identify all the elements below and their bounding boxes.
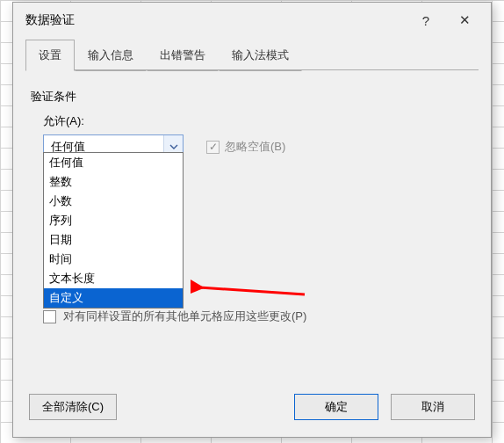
option-list[interactable]: 序列 xyxy=(44,211,183,230)
dialog-footer: 全部清除(C) 确定 取消 xyxy=(13,389,491,437)
data-validation-dialog: 数据验证 ? ✕ 设置 输入信息 出错警告 输入法模式 验证条件 允许(A): … xyxy=(12,2,492,438)
titlebar: 数据验证 ? ✕ xyxy=(13,3,491,38)
tab-error-alert[interactable]: 出错警告 xyxy=(147,40,219,71)
tab-ime-mode[interactable]: 输入法模式 xyxy=(219,40,302,71)
dialog-title: 数据验证 xyxy=(25,12,407,28)
close-button[interactable]: ✕ xyxy=(445,7,484,33)
allow-label: 允许(A): xyxy=(43,113,473,129)
annotation-arrow-icon xyxy=(191,279,313,305)
svg-line-0 xyxy=(199,287,305,294)
clear-all-button[interactable]: 全部清除(C) xyxy=(29,394,117,420)
option-whole-number[interactable]: 整数 xyxy=(44,172,183,192)
criteria-label: 验证条件 xyxy=(31,89,473,105)
tab-strip: 设置 输入信息 出错警告 输入法模式 xyxy=(25,40,479,71)
checkbox-icon xyxy=(43,310,56,323)
tab-settings[interactable]: 设置 xyxy=(25,40,75,71)
option-text-length[interactable]: 文本长度 xyxy=(44,269,183,288)
option-any-value[interactable]: 任何值 xyxy=(44,153,183,172)
ok-button[interactable]: 确定 xyxy=(294,394,378,420)
spreadsheet-background: 数据验证 ? ✕ 设置 输入信息 出错警告 输入法模式 验证条件 允许(A): … xyxy=(0,0,504,443)
tab-page-settings: 验证条件 允许(A): 任何值 忽略空值(B) xyxy=(25,71,479,164)
apply-all-checkbox[interactable]: 对有同样设置的所有其他单元格应用这些更改(P) xyxy=(43,309,306,324)
option-custom[interactable]: 自定义 xyxy=(44,288,183,308)
cancel-button[interactable]: 取消 xyxy=(391,394,475,420)
ignore-blank-checkbox: 忽略空值(B) xyxy=(206,139,285,155)
tab-input-message[interactable]: 输入信息 xyxy=(75,40,147,71)
help-button[interactable]: ? xyxy=(407,7,445,33)
apply-all-label: 对有同样设置的所有其他单元格应用这些更改(P) xyxy=(63,309,306,324)
checkbox-icon xyxy=(206,141,220,154)
option-time[interactable]: 时间 xyxy=(44,250,183,269)
dialog-body: 设置 输入信息 出错警告 输入法模式 验证条件 允许(A): 任何值 xyxy=(25,40,479,389)
allow-dropdown-list[interactable]: 任何值 整数 小数 序列 日期 时间 文本长度 自定义 xyxy=(43,152,184,309)
ignore-blank-label: 忽略空值(B) xyxy=(225,139,285,155)
option-date[interactable]: 日期 xyxy=(44,230,183,250)
option-decimal[interactable]: 小数 xyxy=(44,192,183,211)
